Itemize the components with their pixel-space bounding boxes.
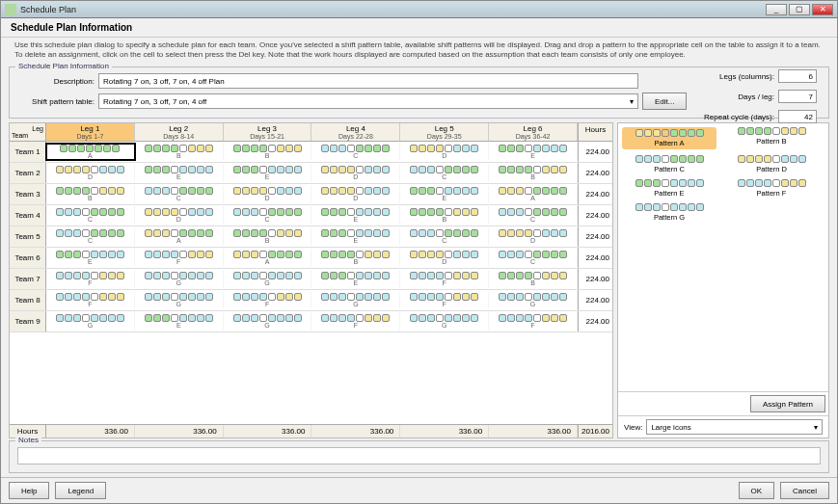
assignment-cell[interactable]: C: [46, 228, 135, 245]
assignment-cell[interactable]: C: [400, 228, 489, 245]
notes-group: Notes: [9, 440, 829, 473]
assignment-cell[interactable]: C: [489, 207, 578, 224]
assignment-cell[interactable]: B: [46, 186, 135, 202]
pattern-card[interactable]: Pattern E: [622, 179, 716, 198]
assignment-cell[interactable]: D: [400, 250, 489, 266]
assignment-cell[interactable]: D: [224, 186, 312, 202]
legs-input[interactable]: [778, 69, 817, 83]
pattern-card[interactable]: Pattern B: [724, 127, 819, 149]
team-label[interactable]: Team 5: [10, 226, 46, 247]
legend-button[interactable]: Legend: [55, 482, 106, 499]
pattern-label: Pattern G: [654, 213, 685, 222]
maximize-button[interactable]: ▢: [789, 4, 810, 15]
assignment-cell[interactable]: E: [46, 250, 135, 266]
team-label[interactable]: Team 6: [10, 248, 46, 268]
ok-button[interactable]: OK: [739, 482, 775, 499]
team-label[interactable]: Team 3: [10, 184, 46, 204]
assignment-cell[interactable]: B: [311, 250, 400, 266]
assignment-cell[interactable]: G: [400, 313, 489, 330]
assignment-cell[interactable]: C: [311, 144, 400, 160]
assignment-cell[interactable]: B: [224, 228, 312, 245]
assignment-cell[interactable]: E: [135, 165, 224, 181]
assignment-cell[interactable]: B: [400, 207, 489, 224]
leg-header-3[interactable]: Leg 3Days 15-21: [224, 123, 312, 141]
legs-label: Legs (columns):: [688, 72, 774, 81]
assignment-cell[interactable]: F: [400, 271, 489, 287]
assignment-cell[interactable]: A: [489, 186, 578, 202]
shift-table-dropdown[interactable]: Rotating 7 on, 3 off, 7 on, 4 off ▾: [98, 93, 638, 109]
assignment-cell[interactable]: C: [135, 186, 224, 202]
assignment-cell[interactable]: E: [400, 186, 489, 202]
view-dropdown[interactable]: Large icons ▾: [646, 419, 823, 435]
team-label[interactable]: Team 8: [10, 290, 46, 310]
description-input[interactable]: [98, 73, 638, 89]
assignment-cell[interactable]: D: [311, 165, 400, 181]
assignment-cell[interactable]: A: [224, 250, 312, 266]
leg-header-5[interactable]: Leg 5Days 29-35: [400, 123, 489, 141]
days-per-leg-input[interactable]: [778, 90, 817, 103]
assignment-cell[interactable]: C: [46, 207, 135, 224]
row-hours: 224.00: [578, 248, 612, 268]
close-button[interactable]: ✕: [812, 4, 833, 15]
assignment-cell[interactable]: G: [135, 271, 224, 287]
team-label[interactable]: Team 7: [10, 269, 46, 289]
assignment-cell[interactable]: F: [311, 313, 400, 330]
assignment-cell[interactable]: D: [135, 207, 224, 224]
assignment-cell[interactable]: G: [224, 313, 312, 330]
assignment-cell[interactable]: E: [311, 207, 400, 224]
grand-total: 2016.00: [578, 425, 612, 438]
assign-pattern-button[interactable]: Assign Pattern: [750, 395, 825, 412]
assignment-cell[interactable]: G: [489, 292, 578, 308]
pattern-card[interactable]: Pattern F: [724, 179, 819, 198]
assignment-cell[interactable]: D: [400, 144, 489, 160]
assignment-cell[interactable]: A: [135, 228, 224, 245]
notes-textarea[interactable]: [17, 447, 821, 464]
assignment-cell[interactable]: B: [224, 144, 312, 160]
assignment-cell[interactable]: E: [311, 271, 400, 287]
assignment-cell[interactable]: B: [489, 165, 578, 181]
titlebar[interactable]: Schedule Plan _ ▢ ✕: [1, 1, 837, 18]
assignment-cell[interactable]: E: [224, 165, 312, 181]
leg-header-2[interactable]: Leg 2Days 8-14: [135, 123, 224, 141]
cancel-button[interactable]: Cancel: [780, 482, 829, 499]
assignment-cell[interactable]: A: [46, 144, 135, 160]
leg-header-6[interactable]: Leg 6Days 36-42: [489, 123, 578, 141]
assignment-cell[interactable]: G: [311, 292, 400, 308]
assignment-cell[interactable]: F: [400, 292, 489, 308]
pattern-card[interactable]: Pattern D: [724, 155, 819, 173]
assignment-cell[interactable]: C: [400, 165, 489, 181]
leg-header-4[interactable]: Leg 4Days 22-28: [311, 123, 400, 141]
assignment-cell[interactable]: E: [311, 228, 400, 245]
pattern-card[interactable]: Pattern G: [622, 203, 716, 222]
team-label[interactable]: Team 2: [10, 163, 46, 183]
assignment-cell[interactable]: D: [46, 165, 135, 181]
help-button[interactable]: Help: [9, 482, 49, 499]
leg-total: 336.00: [46, 425, 135, 438]
assignment-cell[interactable]: B: [135, 144, 224, 160]
team-label[interactable]: Team 4: [10, 205, 46, 225]
assignment-grid[interactable]: LegTeamLeg 1Days 1-7Leg 2Days 8-14Leg 3D…: [9, 122, 613, 438]
team-label[interactable]: Team 1: [10, 142, 46, 162]
assignment-cell[interactable]: E: [489, 144, 578, 160]
edit-button[interactable]: Edit...: [642, 93, 687, 110]
assignment-cell[interactable]: C: [489, 250, 578, 266]
assignment-cell[interactable]: E: [135, 313, 224, 330]
assignment-cell[interactable]: G: [135, 292, 224, 308]
pattern-card[interactable]: Pattern A: [622, 127, 716, 149]
assignment-cell[interactable]: G: [46, 313, 135, 330]
assignment-cell[interactable]: F: [489, 313, 578, 330]
assignment-cell[interactable]: F: [46, 292, 135, 308]
assignment-cell[interactable]: D: [489, 228, 578, 245]
assignment-cell[interactable]: C: [224, 207, 312, 224]
assignment-cell[interactable]: F: [46, 271, 135, 287]
assignment-cell[interactable]: B: [489, 271, 578, 287]
assignment-cell[interactable]: F: [135, 250, 224, 266]
repeat-input[interactable]: [778, 110, 817, 123]
assignment-cell[interactable]: G: [224, 271, 312, 287]
team-label[interactable]: Team 9: [10, 311, 46, 332]
assignment-cell[interactable]: D: [311, 186, 400, 202]
leg-header-1[interactable]: Leg 1Days 1-7: [46, 123, 135, 141]
minimize-button[interactable]: _: [766, 4, 787, 15]
pattern-card[interactable]: Pattern C: [622, 155, 716, 173]
assignment-cell[interactable]: F: [224, 292, 312, 308]
